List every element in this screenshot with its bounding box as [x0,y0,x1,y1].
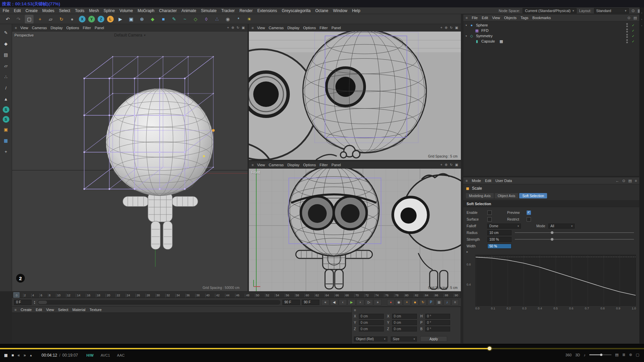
convert-pen-button[interactable]: ✎ [2,29,10,37]
video-3d-button[interactable]: 3D [575,353,580,357]
mode-select[interactable]: All ▾ [548,224,575,229]
deformer-button[interactable]: ◊ [202,15,211,23]
menu-item[interactable]: Window [333,8,347,13]
viewport-menu-item[interactable]: Panel [331,163,341,167]
viewport-zoom-icon[interactable]: ⊕ [231,26,234,29]
menu-item[interactable]: Edit [485,179,491,183]
prev-frame-button[interactable]: ‹ [339,299,347,305]
menu-item[interactable]: Spline [104,8,115,13]
simulate-button[interactable]: * [234,15,243,23]
viewport-rotate-icon[interactable]: ↻ [450,26,452,29]
autokey-button[interactable]: ◉ [395,299,402,305]
points-mode-button[interactable]: ∴ [2,73,10,81]
falloff-curve-graph[interactable] [475,255,636,306]
axis-z-button[interactable]: Z [98,16,104,22]
menu-item[interactable]: Volume [119,8,133,13]
expand-caret-icon[interactable]: ▾ [465,35,468,38]
viewport-toggle-icon[interactable]: ▣ [455,163,458,167]
pause-button[interactable]: ▮▮ [4,353,7,358]
menu-item[interactable]: File [472,16,478,20]
menu-item[interactable]: Tools [75,8,84,13]
panel-menu-icon[interactable]: ≡ [354,308,356,312]
viewport-menu-item[interactable]: Display [51,26,63,30]
panel-menu-icon[interactable]: ≡ [14,308,16,312]
control-panel-icon[interactable]: ▤ [615,353,619,357]
viewport-menu-item[interactable]: Filter [83,26,91,30]
restrict-checkbox[interactable] [527,217,531,222]
enable-check-icon[interactable]: ✓ [632,23,635,27]
volume-button[interactable]: ◉ [223,15,232,23]
surface-checkbox[interactable] [487,217,492,222]
scale-key-button[interactable]: ■ [411,299,419,305]
viewport-menu-item[interactable]: Options [303,163,316,167]
menu-item[interactable]: Texture [90,308,102,312]
pla-key-button[interactable]: ▦ [435,299,443,305]
viewport-rotate-icon[interactable]: ↻ [450,163,452,167]
viewport-menu-item[interactable]: Cameras [269,26,284,30]
texture-tag-icon[interactable]: ▩ [499,39,503,44]
viewport-menu-item[interactable]: Cameras [32,26,47,30]
dock-handle-icon[interactable]: ▪ [641,24,642,27]
search-icon[interactable]: ⊙ [622,179,625,183]
viewport-pan-icon[interactable]: + [227,26,229,29]
axis-edit-button[interactable]: + [2,148,10,156]
menu-item[interactable]: Mesh [89,8,99,13]
viewport-menu-item[interactable]: Panel [95,26,104,30]
menu-item[interactable]: Material [72,308,86,312]
previous-button[interactable]: « [17,353,19,358]
viewport-pan-icon[interactable]: + [440,26,442,29]
rotate-button[interactable]: ↻ [57,15,66,23]
coord-system-button[interactable]: L [107,16,114,22]
panel-menu-icon[interactable]: ≡ [466,179,468,183]
size-input[interactable]: 0 cm [392,314,417,319]
viewport-pan-icon[interactable]: + [440,163,442,167]
menu-item[interactable]: Tags [521,16,528,20]
next-button[interactable]: » [23,353,25,358]
menu-item[interactable]: Simulate [201,8,217,13]
move-button[interactable]: + [36,15,44,23]
viewport-menu-item[interactable]: View [20,26,28,30]
seek-bar[interactable] [0,348,644,349]
viewport-menu-item[interactable]: View [257,26,265,30]
preview-end-frame-field[interactable]: 90 F [302,300,319,305]
menu-item[interactable]: View [46,308,54,312]
object-name[interactable]: Symmetry [475,34,493,38]
viewport-zoom-icon[interactable]: ⊕ [445,163,447,167]
coordinate-mode-select[interactable]: Object (Rel) ▾ [354,337,387,342]
viewport-menu-icon[interactable]: ≡ [252,26,254,30]
node-space-select[interactable]: Current (Standard/Physical) ▾ [523,8,576,13]
end-frame-field[interactable]: 90 F [282,300,300,305]
frame-stepper[interactable]: ▲▼ [34,300,36,304]
object-row-ffd[interactable]: ▦ FFD ✓ [463,28,639,33]
mograph-button[interactable]: ∴ [213,15,221,23]
right-top-canvas[interactable]: Grid Spacing : 5 cm [249,32,461,160]
menu-item[interactable]: Render [239,8,253,13]
scale-button[interactable]: ▱ [46,15,55,23]
playlist-icon[interactable]: ≣ [622,353,625,357]
fullscreen-icon[interactable]: ▢ [636,353,639,357]
render-settings-button[interactable]: ⊛ [138,15,146,23]
dock-handle-icon[interactable]: ▪ [641,11,642,14]
menu-item[interactable]: Mode [472,179,481,183]
texture-mode-button[interactable]: ▤ [2,51,10,59]
panel-menu-icon[interactable]: ≡ [466,16,468,20]
viewport-menu-item[interactable]: Options [303,26,316,30]
visibility-dots[interactable] [626,39,628,43]
pen-button[interactable]: ✎ [170,15,178,23]
position-input[interactable]: 0 cm [359,314,384,319]
menu-item[interactable]: Character [159,8,177,13]
menu-item[interactable]: View [492,16,500,20]
axis-y-button[interactable]: Y [88,16,95,22]
rotation-input[interactable]: 0 ° [425,326,450,331]
dock-handle-icon[interactable]: ▪ [641,18,642,21]
layout-select[interactable]: Standard ▾ [594,8,629,13]
menu-item[interactable]: Select [58,308,68,312]
menu-item[interactable]: Modes [42,8,54,13]
last-tool-button[interactable]: ● [68,15,76,23]
model-mode-button[interactable]: ◆ [2,40,10,48]
rotation-input[interactable]: 0 ° [425,314,450,319]
menu-item[interactable]: Edit [482,16,488,20]
spline-button[interactable]: ~ [180,15,189,23]
current-frame-marker[interactable] [13,292,19,298]
menu-item[interactable]: Objects [504,16,517,20]
